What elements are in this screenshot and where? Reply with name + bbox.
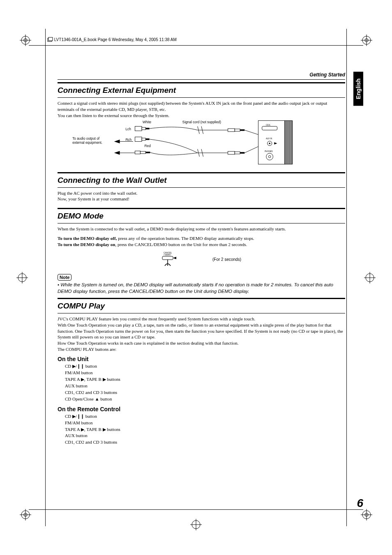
- book-header: LVT1346-001A_E.book Page 6 Wednesday, Ma…: [47, 37, 177, 43]
- svg-rect-26: [48, 37, 53, 41]
- registration-mark-tl: [20, 35, 31, 46]
- list-item: CD Open/Close ▲ button: [65, 396, 345, 403]
- svg-rect-59: [262, 126, 277, 130]
- svg-rect-46: [145, 152, 150, 153]
- list-item: CD ▶/❙❙ button: [65, 413, 345, 420]
- list-item: TAPE A ▶, TAPE B ▶ buttons: [65, 426, 345, 433]
- on-remote-heading: On the Remote Control: [58, 406, 345, 412]
- on-unit-list: CD ▶/❙❙ button FM/AM button TAPE A ▶, TA…: [65, 363, 345, 403]
- connecting-external-paragraph: Connect a signal cord with stereo mini p…: [58, 100, 345, 119]
- registration-mark-left: [16, 272, 28, 283]
- svg-text:White: White: [143, 120, 152, 124]
- section-title-compu-play: COMPU Play: [58, 298, 345, 311]
- list-item: TAPE A ▶, TAPE B ▶ buttons: [65, 376, 345, 383]
- demo-off-bold: To turn the DEMO display off,: [58, 236, 117, 241]
- book-header-text: LVT1346-001A_E.book Page 6 Wednesday, Ma…: [54, 37, 177, 42]
- svg-marker-70: [173, 257, 176, 259]
- svg-text:PHONES: PHONES: [265, 150, 272, 152]
- cancel-demo-illustration: CANCEL / DEMO (For 2 seconds): [58, 250, 345, 268]
- registration-mark-br: [361, 509, 372, 520]
- svg-rect-41: [135, 137, 142, 141]
- svg-text:CD1: CD1: [266, 123, 270, 126]
- aux-connection-diagram: To audio output of external equipment. L…: [58, 119, 345, 168]
- top-hairline: [29, 45, 363, 46]
- demo-on-line: To turn the DEMO display on, press the C…: [58, 242, 345, 248]
- demo-off-rest: press any of the operation buttons. The …: [117, 236, 254, 241]
- svg-rect-69: [162, 256, 173, 260]
- list-item: AUX button: [65, 433, 345, 439]
- svg-rect-40: [145, 128, 149, 129]
- wall-outlet-paragraph: Plug the AC power cord into the wall out…: [58, 190, 345, 203]
- note-body: • While the System is turned on, the DEM…: [58, 281, 345, 295]
- for-2-seconds: (For 2 seconds): [212, 257, 241, 262]
- svg-text:Rch: Rch: [125, 137, 131, 141]
- language-tab: English: [353, 72, 363, 106]
- demo-on-bold: To turn the DEMO display on: [58, 242, 115, 247]
- svg-point-62: [269, 143, 270, 144]
- list-item: CD1, CD2 and CD 3 buttons: [65, 389, 345, 396]
- list-item: AUX button: [65, 383, 345, 389]
- page-number: 6: [357, 497, 363, 510]
- svg-rect-49: [240, 129, 244, 131]
- right-hairline: [346, 29, 347, 526]
- registration-mark-bl: [20, 509, 31, 520]
- demo-intro: When the System is connected to the wall…: [58, 226, 345, 232]
- svg-point-65: [266, 153, 273, 160]
- list-item: FM/AM button: [65, 420, 345, 426]
- on-unit-heading: On the Unit: [58, 356, 345, 362]
- bottom-hairline: [29, 509, 363, 510]
- svg-rect-51: [235, 152, 240, 154]
- svg-rect-56: [285, 120, 292, 164]
- svg-rect-42: [142, 138, 145, 140]
- running-header: Getting Started: [58, 72, 345, 78]
- svg-rect-48: [235, 129, 240, 131]
- demo-on-rest: , press the CANCEL/DEMO button on the Un…: [115, 242, 247, 247]
- svg-rect-39: [142, 127, 145, 130]
- list-item: CD1, CD2 and CD 3 buttons: [65, 439, 345, 446]
- svg-rect-38: [135, 126, 142, 131]
- list-item: FM/AM button: [65, 370, 345, 376]
- svg-rect-44: [135, 151, 140, 154]
- registration-mark-tr: [361, 35, 372, 46]
- section-title-wall-outlet: Connecting to the Wall Outlet: [58, 172, 345, 185]
- left-hairline: [45, 29, 46, 526]
- svg-text:Red: Red: [145, 144, 151, 148]
- svg-text:external equipment.: external equipment.: [72, 140, 102, 144]
- svg-text:AUX IN: AUX IN: [266, 137, 272, 139]
- svg-text:Signal cord (not supplied): Signal cord (not supplied): [182, 120, 221, 124]
- list-item: CD ▶/❙❙ button: [65, 363, 345, 370]
- demo-off-line: To turn the DEMO display off, press any …: [58, 235, 345, 242]
- svg-text:Lch: Lch: [125, 127, 131, 131]
- svg-marker-36: [114, 151, 120, 154]
- svg-rect-45: [140, 151, 145, 154]
- svg-text:/ DEMO: / DEMO: [164, 253, 171, 256]
- svg-rect-47: [228, 129, 235, 131]
- svg-marker-34: [114, 139, 120, 143]
- registration-mark-right: [364, 272, 376, 283]
- svg-rect-52: [240, 152, 244, 154]
- page-content: Getting Started Connecting External Equi…: [58, 72, 345, 447]
- on-remote-list: CD ▶/❙❙ button FM/AM button TAPE A ▶, TA…: [65, 413, 345, 446]
- registration-mark-bottom: [190, 519, 202, 530]
- note-label: Note: [58, 274, 71, 281]
- svg-text:To audio output of: To audio output of: [72, 136, 100, 140]
- section-title-connecting-external: Connecting External Equipment: [58, 82, 345, 95]
- compu-paragraph: JVC's COMPU PLAY feature lets you contro…: [58, 316, 345, 352]
- section-title-demo-mode: DEMO Mode: [58, 208, 345, 221]
- svg-rect-50: [228, 151, 235, 154]
- svg-rect-43: [145, 138, 149, 140]
